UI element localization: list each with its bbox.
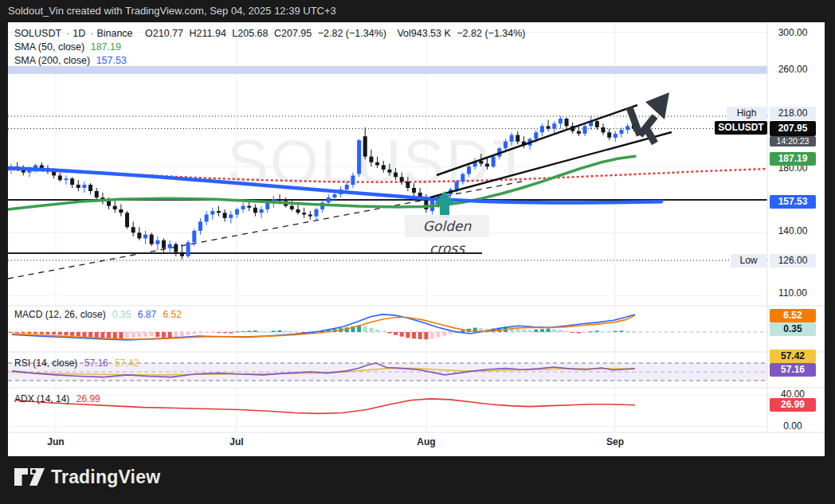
macd-hist-value: 0.35 [112, 309, 131, 320]
axis-chip-macd-signal: 6.52 [770, 309, 816, 322]
tradingview-logo-icon [14, 466, 45, 488]
sma200-value: 157.53 [96, 55, 127, 66]
high-line-tag: High [727, 107, 766, 120]
axis-chip-adx: 26.99 [770, 398, 816, 412]
adx-legend[interactable]: ADX (14, 14) 26.99 [14, 393, 100, 404]
sma50-label: SMA (50, close) [14, 41, 84, 53]
axis-chip-rsi-ma: 57.42 [770, 350, 816, 363]
titlebar-text: Soldout_Vin created with TradingView.com… [8, 5, 336, 17]
symbol-row: SOLUSDT·1D·Binance O210.77 H211.94 L205.… [14, 27, 528, 41]
chart-card[interactable]: SOLUSDT SOLUSDT·1D·Binance O210.77 H211.… [8, 22, 825, 456]
exchange: Binance [96, 28, 132, 39]
volume-change: −2.82 (−1.34%) [457, 28, 525, 39]
macd-line-value: 6.87 [138, 309, 156, 320]
axis-label: 300.00 [770, 27, 816, 38]
axis-label: 260.00 [770, 64, 816, 75]
macd-legend[interactable]: MACD (12, 26, close) 0.35 6.87 6.52 [14, 309, 182, 320]
axis-chip-low: 126.00 [770, 254, 816, 268]
interval[interactable]: 1D [73, 28, 85, 39]
screenshot-stage: Soldout_Vin created with TradingView.com… [0, 0, 835, 504]
time-axis-label-sep: Sep [606, 436, 624, 447]
titlebar: Soldout_Vin created with TradingView.com… [0, 0, 835, 22]
footer: TradingView [0, 456, 835, 504]
axis-chip-last-price: 207.95 [770, 121, 816, 136]
chart-canvas[interactable] [8, 22, 825, 456]
symbol-price-tag: SOLUSDT [715, 121, 767, 135]
rsi-ma-value: 57.42 [115, 357, 139, 369]
axis-label: 0.00 [770, 420, 816, 432]
breakout-arrow [629, 92, 669, 143]
time-axis-label-jun: Jun [47, 436, 64, 447]
axis-label: 140.00 [770, 225, 816, 236]
chart-legend: SOLUSDT·1D·Binance O210.77 H211.94 L205.… [14, 27, 528, 68]
axis-chip-macd-hist: 0.35 [770, 322, 816, 336]
rsi-value: 57.16 [84, 357, 108, 369]
sma200-row[interactable]: SMA (200, close) 157.53 [14, 54, 528, 68]
symbol-name[interactable]: SOLUSDT [14, 28, 61, 39]
sma200-label: SMA (200, close) [14, 55, 90, 66]
ohlc-close: C207.95 [274, 28, 312, 39]
adx-line [16, 399, 635, 414]
macd-signal-value: 6.52 [163, 309, 181, 320]
axis-label: 110.00 [770, 287, 816, 299]
adx-label: ADX (14, 14) [14, 393, 69, 404]
channel-upper-line [437, 105, 637, 175]
ohlc-low: L205.68 [232, 28, 268, 39]
tradingview-logo-text: TradingView [51, 467, 160, 488]
axis-chip-countdown: 14:20:23 [770, 136, 816, 147]
macd-label: MACD (12, 26, close) [14, 309, 106, 320]
time-axis-label-aug: Aug [417, 436, 435, 447]
ohlc-high: H211.94 [190, 28, 226, 39]
adx-value: 26.99 [76, 393, 100, 404]
axis-chip-sma50: 187.19 [770, 152, 816, 166]
ohlc-open: O210.77 [145, 28, 183, 39]
sma50-value: 187.19 [91, 41, 121, 53]
axis-chip-sma200: 157.53 [770, 195, 816, 209]
axis-chip-high: 218.00 [770, 107, 816, 120]
volume: Vol943.53 K [397, 28, 450, 39]
rsi-legend[interactable]: RSI (14, close) 57.16 57.42 [14, 357, 139, 369]
axis-chip-rsi: 57.16 [770, 363, 816, 377]
sma50-row[interactable]: SMA (50, close) 187.19 [14, 41, 528, 54]
golden-cross-note[interactable]: Golden cross [405, 215, 489, 237]
price-change: −2.82 (−1.34%) [318, 28, 386, 39]
time-axis-label-jul: Jul [229, 436, 243, 447]
low-line-tag: Low [731, 254, 766, 268]
rsi-label: RSI (14, close) [14, 357, 77, 369]
tradingview-logo[interactable]: TradingView [14, 466, 160, 488]
